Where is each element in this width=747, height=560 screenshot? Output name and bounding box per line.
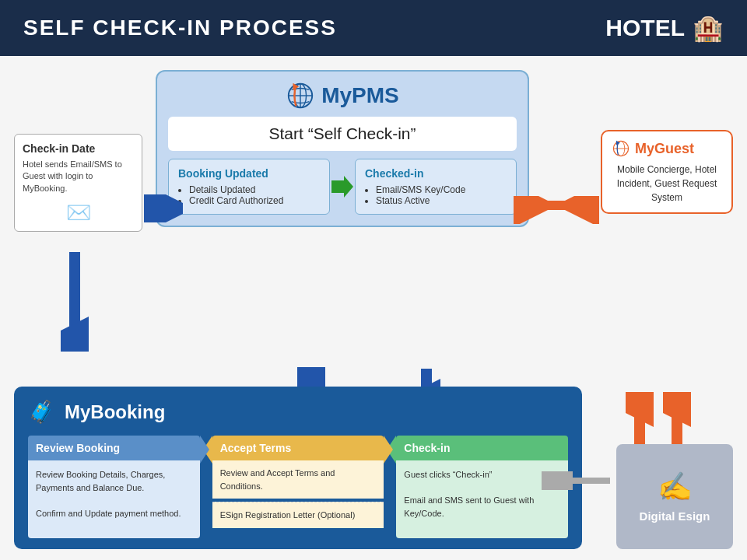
checkin-body-2: Email and SMS sent to Guest with Key/Cod… bbox=[404, 494, 560, 520]
mypms-title: MyPMS bbox=[168, 81, 517, 110]
review-body-1: Review Booking Details, Charges, Payment… bbox=[36, 468, 192, 494]
checkin-date-box: Check-in Date Hotel sends Email/SMS to G… bbox=[14, 134, 142, 232]
esign-icon: ✍️ bbox=[658, 471, 693, 503]
review-booking-header: Review Booking bbox=[28, 436, 200, 460]
checked-in-item-2: Status Active bbox=[376, 195, 507, 206]
myguest-box: MyGuest Mobile Concierge, Hotel Incident… bbox=[601, 130, 733, 214]
booking-updated-title: Booking Updated bbox=[178, 167, 320, 180]
start-checkin-label: Start “Self Check-in” bbox=[268, 124, 416, 142]
mybooking-flow: Review Booking Review Booking Details, C… bbox=[28, 436, 568, 538]
arrow-gray-left-icon bbox=[542, 471, 612, 490]
arrow-right-green bbox=[330, 159, 355, 215]
sms-icon-area: ✉️ bbox=[23, 201, 134, 225]
mybooking-title: MyBooking bbox=[65, 401, 165, 423]
arrow-orange-double-icon bbox=[514, 196, 599, 224]
review-body-2: Confirm and Update payment method. bbox=[36, 507, 192, 520]
hotel-brand: HOTEL 🏨 bbox=[605, 13, 724, 43]
accept-terms-header: Accept Terms bbox=[212, 436, 384, 460]
brand-label: HOTEL bbox=[605, 15, 685, 41]
myguest-label: MyGuest bbox=[635, 141, 694, 157]
arrow-blue-down-left-icon bbox=[61, 250, 89, 352]
svg-marker-4 bbox=[331, 176, 353, 198]
booking-updated-box: Booking Updated Details Updated Credit C… bbox=[168, 159, 330, 215]
page-title: SELF CHECK-IN PROCESS bbox=[23, 16, 337, 40]
accept-terms-body: Review and Accept Terms and Conditions. bbox=[212, 460, 384, 499]
person-icon: 🧳 bbox=[28, 399, 55, 425]
start-checkin-box: Start “Self Check-in” bbox=[168, 117, 517, 151]
accept-terms-col: Accept Terms Review and Accept Terms and… bbox=[212, 436, 384, 528]
checkin-body-1: Guest clicks “Check-in” bbox=[404, 468, 560, 481]
checked-in-box: Checked-in Email/SMS Key/Code Status Act… bbox=[355, 159, 517, 215]
checked-in-title: Checked-in bbox=[365, 167, 507, 180]
myguest-title: MyGuest bbox=[612, 139, 722, 158]
green-arrow-icon bbox=[331, 176, 353, 198]
checkin-date-desc: Hotel sends Email/SMS to Guest with logi… bbox=[23, 159, 134, 194]
digital-esign-label: Digital Esign bbox=[640, 509, 710, 523]
globe-icon bbox=[286, 81, 315, 110]
booking-item-2: Credit Card Authorized bbox=[189, 195, 320, 206]
checkin-header: Check-in bbox=[396, 436, 568, 460]
mypms-container: MyPMS Start “Self Check-in” Booking Upda… bbox=[156, 70, 529, 227]
main-content: MyPMS Start “Self Check-in” Booking Upda… bbox=[0, 56, 747, 560]
esign-box: ESign Registration Letter (Optional) bbox=[212, 502, 384, 528]
mypms-label: MyPMS bbox=[321, 83, 399, 108]
myguest-desc: Mobile Concierge, Hotel Incident, Guest … bbox=[612, 163, 722, 205]
myguest-globe-icon bbox=[612, 139, 630, 158]
header: SELF CHECK-IN PROCESS HOTEL 🏨 bbox=[0, 0, 747, 56]
arrow-blue-left-icon bbox=[144, 194, 183, 222]
booking-item-1: Details Updated bbox=[189, 184, 320, 195]
sms-icon: ✉️ bbox=[66, 201, 91, 224]
checkin-date-title: Check-in Date bbox=[23, 142, 134, 155]
mybooking-header: 🧳 MyBooking bbox=[28, 399, 568, 425]
review-booking-col: Review Booking Review Booking Details, C… bbox=[28, 436, 200, 538]
checked-in-list: Email/SMS Key/Code Status Active bbox=[365, 184, 507, 206]
booking-updated-list: Details Updated Credit Card Authorized bbox=[178, 184, 320, 206]
digital-esign-box: ✍️ Digital Esign bbox=[616, 444, 733, 549]
mybooking-section: 🧳 MyBooking Review Booking Review Bookin… bbox=[14, 387, 582, 549]
booking-flow: Booking Updated Details Updated Credit C… bbox=[168, 159, 517, 215]
review-booking-body: Review Booking Details, Charges, Payment… bbox=[28, 460, 200, 538]
hotel-icon: 🏨 bbox=[693, 13, 724, 43]
checked-in-item-1: Email/SMS Key/Code bbox=[376, 184, 507, 195]
